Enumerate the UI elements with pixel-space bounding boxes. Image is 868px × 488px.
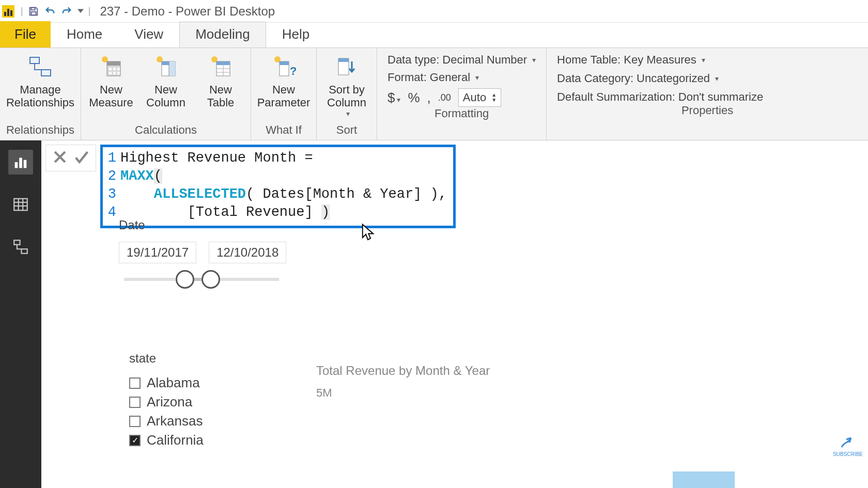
state-label: California	[147, 432, 204, 448]
new-parameter-button[interactable]: ? New Parameter	[255, 52, 312, 109]
group-relationships: Manage Relationships Relationships	[0, 48, 81, 140]
home-table-label: Home Table:	[557, 53, 621, 67]
new-parameter-icon: ?	[269, 53, 298, 80]
format-dropdown[interactable]: Format: General ▾	[388, 71, 536, 84]
model-view-button[interactable]	[8, 234, 33, 259]
y-axis-tick: 5M	[316, 386, 490, 400]
sort-by-column-button[interactable]: Sort by Column ▾	[321, 52, 373, 118]
redo-button[interactable]	[59, 4, 74, 19]
formula-cancel-button[interactable]	[51, 148, 69, 168]
decimal-places-input[interactable]: Auto ▲▼	[458, 88, 501, 107]
state-slicer[interactable]: state AlabamaArizonaArkansas✓California	[129, 351, 295, 448]
summarization-dropdown[interactable]: Default Summarization: Don't summarize	[557, 90, 858, 104]
state-item[interactable]: Arkansas	[129, 413, 295, 429]
tab-home[interactable]: Home	[51, 22, 118, 48]
home-table-value: Key Measures	[624, 53, 696, 67]
code-line: ALLSELECTED( Dates[Month & Year] ),	[120, 185, 447, 203]
state-label: Alabama	[147, 375, 200, 391]
svg-rect-0	[31, 7, 35, 10]
svg-rect-1	[31, 11, 36, 14]
window-title: 237 - Demo - Power BI Desktop	[100, 4, 275, 19]
tab-modeling[interactable]: Modeling	[179, 22, 266, 48]
main-area: 1Highest Revenue Month = 2MAXX( 3 ALLSEL…	[0, 140, 868, 488]
slicer-title: state	[129, 351, 295, 366]
line-number: 4	[105, 203, 120, 222]
report-view-button[interactable]	[8, 150, 33, 175]
new-measure-icon	[97, 53, 126, 80]
group-sort: Sort by Column ▾ Sort	[317, 48, 377, 140]
spinner-icon[interactable]: ▲▼	[491, 92, 497, 103]
chart-title: Total Revenue by Month & Year	[316, 364, 490, 378]
ribbon-tabs: File Home View Modeling Help	[0, 23, 868, 48]
qat-dropdown[interactable]	[76, 4, 85, 19]
tab-view[interactable]: View	[118, 22, 179, 48]
separator: |	[88, 6, 91, 17]
revenue-chart[interactable]: Total Revenue by Month & Year 5M	[316, 364, 490, 400]
manage-relationships-button[interactable]: Manage Relationships	[4, 52, 76, 109]
group-label: What If	[255, 123, 312, 139]
title-bar: | | 237 - Demo - Power BI Desktop	[0, 0, 868, 23]
data-type-value: Decimal Number	[442, 53, 527, 67]
new-measure-button[interactable]: New Measure	[85, 52, 137, 109]
checkbox[interactable]: ✓	[129, 435, 141, 446]
state-label: Arkansas	[147, 413, 203, 429]
undo-button[interactable]	[43, 4, 57, 19]
new-column-button[interactable]: New Column	[140, 52, 192, 109]
summarization-label: Default Summarization:	[557, 90, 675, 104]
data-type-label: Data type:	[388, 53, 439, 67]
data-type-dropdown[interactable]: Data type: Decimal Number ▾	[388, 53, 536, 67]
checkbox[interactable]	[129, 397, 141, 408]
new-table-button[interactable]: New Table	[195, 52, 246, 109]
svg-rect-32	[24, 160, 27, 168]
thousands-button[interactable]: ,	[427, 90, 431, 106]
state-item[interactable]: ✓California	[129, 432, 295, 448]
svg-rect-7	[109, 68, 112, 70]
home-table-dropdown[interactable]: Home Table: Key Measures ▾	[557, 53, 858, 67]
svg-rect-33	[14, 199, 27, 211]
slider-handle-from[interactable]	[176, 270, 194, 289]
currency-button[interactable]: $▾	[388, 90, 400, 106]
group-label: Calculations	[85, 123, 246, 139]
highlight-bar	[673, 471, 735, 488]
date-slider[interactable]	[124, 278, 279, 281]
svg-rect-3	[41, 70, 51, 76]
manage-relationships-icon	[26, 53, 55, 80]
svg-rect-8	[113, 68, 116, 70]
tab-file[interactable]: File	[0, 21, 51, 48]
ribbon: Manage Relationships Relationships New M…	[0, 48, 868, 140]
date-to-input[interactable]: 12/10/2018	[209, 242, 286, 263]
formula-editor[interactable]: 1Highest Revenue Month = 2MAXX( 3 ALLSEL…	[100, 145, 456, 228]
state-item[interactable]: Alabama	[129, 375, 295, 391]
save-button[interactable]	[26, 4, 41, 19]
checkbox[interactable]	[129, 416, 141, 427]
group-label: Sort	[321, 123, 373, 139]
date-from-input[interactable]: 19/11/2017	[119, 242, 196, 263]
formula-commit-button[interactable]	[73, 148, 90, 168]
decimal-icon[interactable]: .00	[438, 92, 451, 103]
group-properties: Home Table: Key Measures ▾ Data Category…	[547, 48, 868, 140]
line-number: 3	[105, 185, 120, 203]
new-measure-label: New Measure	[89, 83, 133, 109]
percent-button[interactable]: %	[408, 90, 420, 106]
data-category-dropdown[interactable]: Data Category: Uncategorized ▾	[557, 72, 858, 85]
line-number: 2	[105, 167, 120, 185]
state-item[interactable]: Arizona	[129, 394, 295, 410]
new-table-label: New Table	[207, 83, 235, 109]
date-slicer[interactable]: Date 19/11/2017 12/10/2018	[119, 218, 305, 281]
slicer-title: Date	[119, 218, 305, 232]
data-view-button[interactable]	[8, 192, 33, 217]
checkbox[interactable]	[129, 377, 141, 389]
view-switcher	[0, 140, 41, 488]
tab-help[interactable]: Help	[266, 22, 326, 48]
decimal-value: Auto	[463, 91, 486, 104]
subscribe-badge: SUBSCRIBE	[833, 432, 863, 457]
report-canvas[interactable]: 1Highest Revenue Month = 2MAXX( 3 ALLSEL…	[41, 140, 868, 488]
svg-rect-10	[109, 72, 112, 74]
svg-rect-2	[30, 57, 39, 64]
svg-rect-9	[117, 68, 120, 70]
slider-handle-to[interactable]	[202, 270, 220, 289]
svg-rect-38	[14, 240, 20, 245]
svg-rect-29	[338, 58, 349, 62]
state-label: Arizona	[147, 394, 192, 410]
app-icon	[2, 5, 14, 18]
